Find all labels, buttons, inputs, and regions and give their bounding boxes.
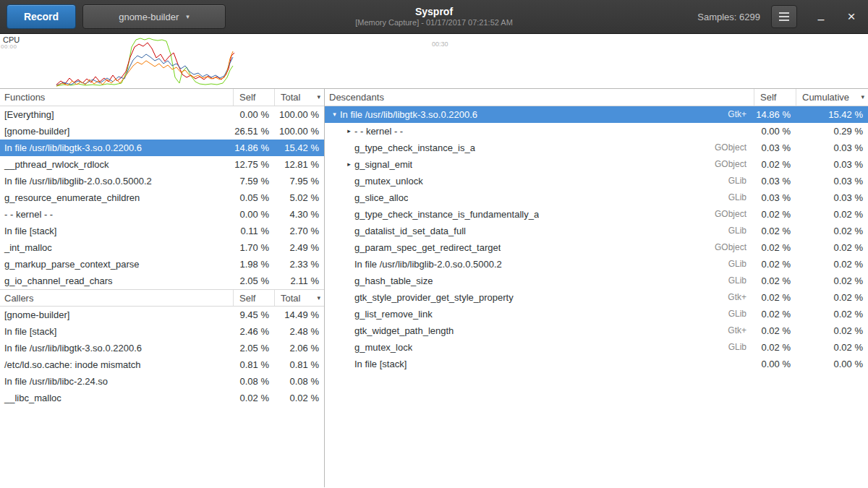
table-row[interactable]: In file [stack]2.46 %2.48 %	[0, 323, 324, 340]
table-row[interactable]: /etc/ld.so.cache: inode mismatch0.81 %0.…	[0, 356, 324, 373]
descendant-name-cell: g_type_check_instance_is_aGObject	[325, 140, 754, 156]
close-button[interactable]: ×	[839, 4, 864, 29]
sort-indicator-icon: ▾	[317, 290, 320, 306]
table-row[interactable]: In file /usr/lib/libglib-2.0.so.0.5000.2…	[325, 256, 868, 273]
column-header-cumulative[interactable]: Cumulative ▾	[796, 89, 868, 106]
self-percent: 0.00 %	[233, 206, 274, 223]
record-button[interactable]: Record	[7, 4, 76, 29]
table-row[interactable]: g_list_remove_linkGLib0.02 %0.02 %	[325, 306, 868, 322]
cumulative-percent: 0.02 %	[796, 306, 868, 322]
table-row[interactable]: __libc_malloc0.02 %0.02 %	[0, 390, 324, 406]
expander-icon[interactable]: ▸	[344, 156, 354, 173]
total-percent: 7.95 %	[274, 173, 324, 189]
descendant-name: g_list_remove_link	[354, 306, 433, 322]
descendant-name: g_param_spec_get_redirect_target	[354, 239, 501, 256]
descendant-name-cell: g_mutex_unlockGLib	[325, 173, 754, 189]
table-row[interactable]: __pthread_rwlock_rdlock12.75 %12.81 %	[0, 156, 324, 173]
descendant-name: In file /usr/lib/libgtk-3.so.0.2200.6	[340, 106, 477, 123]
table-row[interactable]: g_type_check_instance_is_fundamentally_a…	[325, 206, 868, 223]
chevron-down-icon: ▾	[186, 13, 190, 20]
self-percent: 0.81 %	[233, 356, 274, 373]
self-percent: 2.46 %	[233, 323, 274, 340]
expander-icon[interactable]: ▾	[329, 106, 340, 123]
library-badge: Gtk+	[722, 106, 754, 123]
column-header-cumulative-label: Cumulative	[802, 89, 849, 106]
table-row[interactable]: gtk_style_provider_get_style_propertyGtk…	[325, 289, 868, 306]
table-row[interactable]: [gnome-builder]9.45 %14.49 %	[0, 307, 324, 323]
descendant-name: In file /usr/lib/libglib-2.0.so.0.5000.2	[354, 256, 502, 273]
column-header-self[interactable]: Self	[754, 89, 796, 106]
library-badge: Gtk+	[722, 322, 754, 339]
table-row[interactable]: ▸- - kernel - -0.00 %0.29 %	[325, 123, 868, 140]
table-row[interactable]: g_io_channel_read_chars2.05 %2.11 %	[0, 273, 324, 289]
descendant-name: g_mutex_unlock	[354, 173, 423, 189]
table-row[interactable]: In file [stack]0.00 %0.00 %	[325, 356, 868, 372]
cpu-graph-panel[interactable]: CPU 00:00 00:30	[0, 34, 868, 89]
total-percent: 0.02 %	[274, 390, 324, 406]
function-name: In file /usr/lib/libc-2.24.so	[0, 373, 233, 390]
cumulative-percent: 0.02 %	[796, 239, 868, 256]
column-header-self[interactable]: Self	[233, 290, 274, 306]
table-row[interactable]: g_type_check_instance_is_aGObject0.03 %0…	[325, 140, 868, 156]
total-percent: 2.11 %	[274, 273, 324, 289]
table-row[interactable]: In file /usr/lib/libc-2.24.so0.08 %0.08 …	[0, 373, 324, 390]
table-row[interactable]: In file /usr/lib/libgtk-3.so.0.2200.614.…	[0, 140, 324, 156]
function-name: [gnome-builder]	[0, 307, 233, 323]
table-row[interactable]: g_resource_enumerate_children0.05 %5.02 …	[0, 189, 324, 206]
column-header-functions[interactable]: Functions	[0, 89, 233, 106]
table-row[interactable]: g_markup_parse_context_parse1.98 %2.33 %	[0, 256, 324, 273]
column-header-total[interactable]: Total ▾	[274, 290, 324, 306]
cumulative-percent: 0.00 %	[796, 356, 868, 372]
descendant-name: g_slice_alloc	[354, 189, 408, 206]
total-percent: 0.08 %	[274, 373, 324, 390]
descendant-name: gtk_widget_path_length	[354, 322, 454, 339]
target-process-dropdown[interactable]: gnome-builder ▾	[82, 4, 226, 29]
function-name: __libc_malloc	[0, 390, 233, 406]
minimize-button[interactable]: –	[809, 4, 833, 29]
total-percent: 2.48 %	[274, 323, 324, 340]
functions-rows: [Everything]0.00 %100.00 %[gnome-builder…	[0, 106, 324, 289]
table-row[interactable]: gtk_widget_path_lengthGtk+0.02 %0.02 %	[325, 322, 868, 339]
table-row[interactable]: [Everything]0.00 %100.00 %	[0, 106, 324, 123]
table-row[interactable]: In file [stack]0.11 %2.70 %	[0, 223, 324, 239]
function-name: __pthread_rwlock_rdlock	[0, 156, 233, 173]
column-header-descendants[interactable]: Descendants	[325, 89, 754, 106]
descendant-name: - - kernel - -	[354, 123, 403, 140]
descendant-name: g_type_check_instance_is_fundamentally_a	[354, 206, 539, 223]
column-header-total-label: Total	[281, 89, 300, 106]
table-row[interactable]: - - kernel - -0.00 %4.30 %	[0, 206, 324, 223]
total-percent: 15.42 %	[274, 140, 324, 156]
table-row[interactable]: g_mutex_lockGLib0.02 %0.02 %	[325, 339, 868, 356]
table-row[interactable]: In file /usr/lib/libglib-2.0.so.0.5000.2…	[0, 173, 324, 189]
table-row[interactable]: _int_malloc1.70 %2.49 %	[0, 239, 324, 256]
table-row[interactable]: In file /usr/lib/libgtk-3.so.0.2200.62.0…	[0, 340, 324, 356]
cumulative-percent: 0.02 %	[796, 223, 868, 239]
function-name: g_resource_enumerate_children	[0, 189, 233, 206]
cumulative-percent: 0.03 %	[796, 173, 868, 189]
table-row[interactable]: g_slice_allocGLib0.03 %0.03 %	[325, 189, 868, 206]
table-row[interactable]: [gnome-builder]26.51 %100.00 %	[0, 123, 324, 140]
total-percent: 2.06 %	[274, 340, 324, 356]
table-row[interactable]: g_hash_table_sizeGLib0.02 %0.02 %	[325, 273, 868, 289]
descendant-name-cell: ▸- - kernel - -	[325, 123, 754, 140]
descendant-name-cell: g_param_spec_get_redirect_targetGObject	[325, 239, 754, 256]
table-row[interactable]: ▸g_signal_emitGObject0.02 %0.03 %	[325, 156, 868, 173]
expander-icon[interactable]: ▸	[344, 123, 354, 140]
cumulative-percent: 15.42 %	[796, 106, 868, 123]
sort-indicator-icon: ▾	[317, 89, 320, 106]
table-row[interactable]: ▾In file /usr/lib/libgtk-3.so.0.2200.6Gt…	[325, 106, 868, 123]
table-row[interactable]: g_param_spec_get_redirect_targetGObject0…	[325, 239, 868, 256]
column-header-self[interactable]: Self	[233, 89, 274, 106]
chart-line-cpu-blue	[56, 54, 233, 85]
self-percent: 9.45 %	[233, 307, 274, 323]
function-name: In file [stack]	[0, 323, 233, 340]
descendant-name: g_signal_emit	[354, 156, 412, 173]
column-header-callers[interactable]: Callers	[0, 290, 233, 306]
table-row[interactable]: g_mutex_unlockGLib0.03 %0.03 %	[325, 173, 868, 189]
descendant-name-cell: g_mutex_lockGLib	[325, 339, 754, 356]
library-badge: GLib	[723, 223, 754, 239]
library-badge: GLib	[723, 256, 754, 273]
table-row[interactable]: g_datalist_id_set_data_fullGLib0.02 %0.0…	[325, 223, 868, 239]
menu-button[interactable]	[771, 5, 797, 28]
column-header-total[interactable]: Total ▾	[274, 89, 324, 106]
